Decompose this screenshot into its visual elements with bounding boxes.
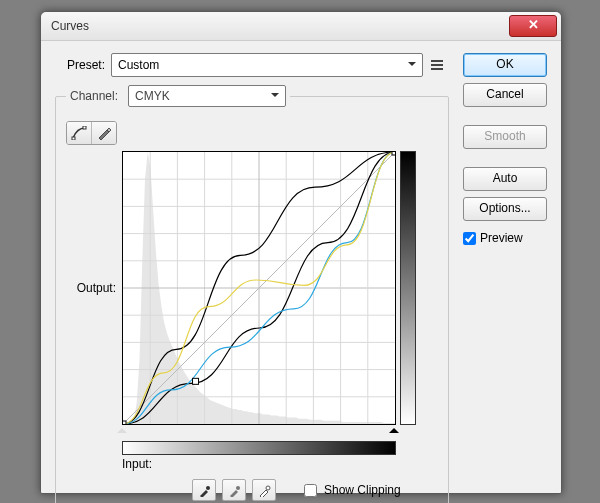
preset-label: Preset: bbox=[55, 58, 105, 72]
smooth-button[interactable]: Smooth bbox=[463, 125, 547, 149]
preview-label: Preview bbox=[480, 231, 523, 245]
svg-rect-22 bbox=[193, 378, 199, 384]
svg-rect-0 bbox=[72, 137, 75, 140]
titlebar[interactable]: Curves ✕ bbox=[41, 12, 561, 41]
preview[interactable]: Preview bbox=[463, 231, 547, 245]
white-point-slider[interactable] bbox=[117, 423, 127, 433]
show-clipping[interactable]: Show Clipping bbox=[300, 481, 401, 500]
svg-point-25 bbox=[236, 486, 240, 490]
preview-checkbox[interactable] bbox=[463, 232, 476, 245]
show-clipping-checkbox[interactable] bbox=[304, 484, 317, 497]
output-gradient bbox=[400, 151, 416, 425]
preset-value: Custom bbox=[118, 58, 159, 72]
svg-rect-23 bbox=[392, 152, 395, 155]
curves-graph[interactable] bbox=[122, 151, 396, 425]
preset-dropdown[interactable]: Custom bbox=[111, 53, 423, 77]
curves-dialog: Curves ✕ Preset: Custom Channel: CMYK bbox=[40, 11, 562, 494]
white-eyedropper[interactable] bbox=[252, 479, 276, 501]
input-gradient bbox=[122, 441, 396, 455]
channel-dropdown[interactable]: CMYK bbox=[128, 85, 286, 107]
close-button[interactable]: ✕ bbox=[509, 15, 557, 37]
ok-button[interactable]: OK bbox=[463, 53, 547, 77]
auto-button[interactable]: Auto bbox=[463, 167, 547, 191]
curve-tool-buttons bbox=[66, 121, 117, 145]
channel-label: Channel: bbox=[70, 89, 118, 103]
curve-point-tool[interactable] bbox=[67, 122, 91, 144]
cancel-button[interactable]: Cancel bbox=[463, 83, 547, 107]
svg-point-24 bbox=[206, 486, 210, 490]
input-label: Input: bbox=[122, 457, 152, 471]
output-label: Output: bbox=[66, 151, 122, 425]
gray-eyedropper[interactable] bbox=[222, 479, 246, 501]
window-title: Curves bbox=[51, 19, 509, 33]
input-sliders[interactable] bbox=[122, 425, 394, 435]
show-clipping-label: Show Clipping bbox=[324, 483, 401, 497]
channel-group: Channel: CMYK Output: bbox=[55, 85, 449, 503]
preset-menu-icon[interactable] bbox=[429, 56, 449, 74]
curve-pencil-tool[interactable] bbox=[91, 122, 116, 144]
svg-rect-1 bbox=[83, 126, 86, 129]
channel-value: CMYK bbox=[135, 89, 170, 103]
black-point-slider[interactable] bbox=[389, 423, 399, 433]
black-eyedropper[interactable] bbox=[192, 479, 216, 501]
svg-point-26 bbox=[266, 486, 270, 490]
options-button[interactable]: Options... bbox=[463, 197, 547, 221]
